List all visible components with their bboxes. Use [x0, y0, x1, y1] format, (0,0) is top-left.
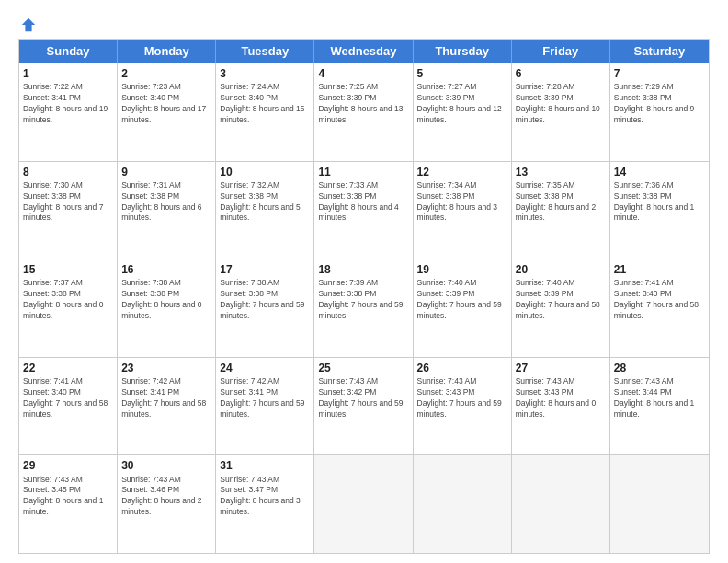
cell-day-number: 17	[220, 262, 310, 277]
calendar-row-3: 15Sunrise: 7:37 AM Sunset: 3:38 PM Dayli…	[19, 259, 709, 357]
cell-info: Sunrise: 7:42 AM Sunset: 3:41 PM Dayligh…	[220, 376, 310, 420]
calendar-cell: 9Sunrise: 7:31 AM Sunset: 3:38 PM Daylig…	[118, 162, 216, 259]
calendar-cell: 13Sunrise: 7:35 AM Sunset: 3:38 PM Dayli…	[512, 162, 610, 259]
cell-day-number: 7	[614, 66, 705, 81]
calendar-cell: 21Sunrise: 7:41 AM Sunset: 3:40 PM Dayli…	[610, 259, 709, 357]
calendar-cell: 27Sunrise: 7:43 AM Sunset: 3:43 PM Dayli…	[512, 358, 610, 455]
cell-day-number: 27	[516, 361, 606, 375]
cell-info: Sunrise: 7:37 AM Sunset: 3:38 PM Dayligh…	[23, 278, 113, 322]
cell-info: Sunrise: 7:22 AM Sunset: 3:41 PM Dayligh…	[23, 82, 113, 126]
calendar-cell: 20Sunrise: 7:40 AM Sunset: 3:39 PM Dayli…	[512, 259, 610, 357]
svg-marker-0	[22, 18, 35, 31]
cell-info: Sunrise: 7:32 AM Sunset: 3:38 PM Dayligh…	[220, 180, 310, 224]
calendar-cell: 18Sunrise: 7:39 AM Sunset: 3:38 PM Dayli…	[314, 259, 413, 357]
calendar-cell: 31Sunrise: 7:43 AM Sunset: 3:47 PM Dayli…	[216, 455, 314, 553]
cell-info: Sunrise: 7:36 AM Sunset: 3:38 PM Dayligh…	[614, 180, 705, 224]
cell-day-number: 14	[614, 165, 705, 179]
cell-day-number: 2	[121, 66, 211, 81]
calendar-cell: 14Sunrise: 7:36 AM Sunset: 3:38 PM Dayli…	[610, 162, 709, 259]
cell-day-number: 31	[220, 458, 310, 473]
cell-day-number: 29	[23, 458, 113, 473]
calendar-cell: 3Sunrise: 7:24 AM Sunset: 3:40 PM Daylig…	[216, 63, 314, 161]
calendar-body: 1Sunrise: 7:22 AM Sunset: 3:41 PM Daylig…	[19, 63, 709, 553]
logo-icon	[20, 17, 37, 33]
calendar-cell: 19Sunrise: 7:40 AM Sunset: 3:39 PM Dayli…	[414, 259, 512, 357]
page: SundayMondayTuesdayWednesdayThursdayFrid…	[0, 0, 728, 563]
cell-day-number: 25	[318, 361, 408, 375]
calendar: SundayMondayTuesdayWednesdayThursdayFrid…	[18, 39, 710, 554]
cell-day-number: 19	[417, 262, 507, 277]
cell-day-number: 18	[318, 262, 408, 277]
cell-info: Sunrise: 7:42 AM Sunset: 3:41 PM Dayligh…	[121, 376, 211, 420]
calendar-cell: 5Sunrise: 7:27 AM Sunset: 3:39 PM Daylig…	[414, 63, 512, 161]
cell-info: Sunrise: 7:38 AM Sunset: 3:38 PM Dayligh…	[121, 278, 211, 322]
calendar-cell: 30Sunrise: 7:43 AM Sunset: 3:46 PM Dayli…	[118, 455, 216, 553]
cell-info: Sunrise: 7:43 AM Sunset: 3:46 PM Dayligh…	[121, 475, 211, 519]
calendar-cell: 16Sunrise: 7:38 AM Sunset: 3:38 PM Dayli…	[118, 259, 216, 357]
cell-day-number: 10	[220, 165, 310, 179]
calendar-cell: 12Sunrise: 7:34 AM Sunset: 3:38 PM Dayli…	[414, 162, 512, 259]
calendar-cell: 28Sunrise: 7:43 AM Sunset: 3:44 PM Dayli…	[610, 358, 709, 455]
cell-day-number: 9	[121, 165, 211, 179]
cell-info: Sunrise: 7:29 AM Sunset: 3:38 PM Dayligh…	[614, 82, 705, 126]
cell-info: Sunrise: 7:41 AM Sunset: 3:40 PM Dayligh…	[614, 278, 705, 322]
cell-day-number: 26	[417, 361, 507, 375]
cell-day-number: 22	[23, 361, 113, 375]
cell-info: Sunrise: 7:31 AM Sunset: 3:38 PM Dayligh…	[121, 180, 211, 224]
cell-day-number: 6	[516, 66, 606, 81]
cell-info: Sunrise: 7:34 AM Sunset: 3:38 PM Dayligh…	[417, 180, 507, 224]
cell-info: Sunrise: 7:30 AM Sunset: 3:38 PM Dayligh…	[23, 180, 113, 224]
calendar-cell: 2Sunrise: 7:23 AM Sunset: 3:40 PM Daylig…	[118, 63, 216, 161]
calendar-row-5: 29Sunrise: 7:43 AM Sunset: 3:45 PM Dayli…	[19, 454, 709, 553]
cell-day-number: 11	[318, 165, 408, 179]
cell-day-number: 12	[417, 165, 507, 179]
calendar-cell: 26Sunrise: 7:43 AM Sunset: 3:43 PM Dayli…	[414, 358, 512, 455]
calendar-cell	[512, 455, 610, 553]
calendar-header: SundayMondayTuesdayWednesdayThursdayFrid…	[19, 40, 709, 63]
header-day-sunday: Sunday	[19, 40, 118, 63]
cell-info: Sunrise: 7:35 AM Sunset: 3:38 PM Dayligh…	[516, 180, 606, 224]
calendar-cell	[314, 455, 413, 553]
calendar-cell: 10Sunrise: 7:32 AM Sunset: 3:38 PM Dayli…	[216, 162, 314, 259]
cell-day-number: 24	[220, 361, 310, 375]
calendar-cell: 23Sunrise: 7:42 AM Sunset: 3:41 PM Dayli…	[118, 358, 216, 455]
cell-day-number: 1	[23, 66, 113, 81]
header-day-thursday: Thursday	[414, 40, 512, 63]
cell-day-number: 13	[516, 165, 606, 179]
cell-info: Sunrise: 7:40 AM Sunset: 3:39 PM Dayligh…	[516, 278, 606, 322]
calendar-cell: 15Sunrise: 7:37 AM Sunset: 3:38 PM Dayli…	[19, 259, 118, 357]
cell-day-number: 30	[121, 458, 211, 473]
cell-day-number: 5	[417, 66, 507, 81]
cell-day-number: 16	[121, 262, 211, 277]
logo	[18, 17, 37, 29]
header-day-monday: Monday	[118, 40, 216, 63]
cell-info: Sunrise: 7:40 AM Sunset: 3:39 PM Dayligh…	[417, 278, 507, 322]
calendar-cell: 1Sunrise: 7:22 AM Sunset: 3:41 PM Daylig…	[19, 63, 118, 161]
calendar-row-1: 1Sunrise: 7:22 AM Sunset: 3:41 PM Daylig…	[19, 63, 709, 161]
cell-day-number: 3	[220, 66, 310, 81]
cell-info: Sunrise: 7:41 AM Sunset: 3:40 PM Dayligh…	[23, 376, 113, 420]
header	[18, 17, 710, 29]
header-day-tuesday: Tuesday	[216, 40, 314, 63]
cell-day-number: 23	[121, 361, 211, 375]
calendar-cell: 25Sunrise: 7:43 AM Sunset: 3:42 PM Dayli…	[314, 358, 413, 455]
calendar-row-2: 8Sunrise: 7:30 AM Sunset: 3:38 PM Daylig…	[19, 161, 709, 259]
cell-info: Sunrise: 7:43 AM Sunset: 3:44 PM Dayligh…	[614, 376, 705, 420]
cell-info: Sunrise: 7:39 AM Sunset: 3:38 PM Dayligh…	[318, 278, 408, 322]
cell-info: Sunrise: 7:43 AM Sunset: 3:43 PM Dayligh…	[516, 376, 606, 420]
calendar-cell: 7Sunrise: 7:29 AM Sunset: 3:38 PM Daylig…	[610, 63, 709, 161]
cell-day-number: 21	[614, 262, 705, 277]
calendar-cell: 6Sunrise: 7:28 AM Sunset: 3:39 PM Daylig…	[512, 63, 610, 161]
cell-info: Sunrise: 7:28 AM Sunset: 3:39 PM Dayligh…	[516, 82, 606, 126]
header-day-wednesday: Wednesday	[314, 40, 413, 63]
cell-info: Sunrise: 7:43 AM Sunset: 3:42 PM Dayligh…	[318, 376, 408, 420]
header-day-saturday: Saturday	[610, 40, 709, 63]
cell-day-number: 8	[23, 165, 113, 179]
calendar-cell: 22Sunrise: 7:41 AM Sunset: 3:40 PM Dayli…	[19, 358, 118, 455]
cell-info: Sunrise: 7:43 AM Sunset: 3:47 PM Dayligh…	[220, 475, 310, 519]
calendar-cell	[610, 455, 709, 553]
calendar-cell	[414, 455, 512, 553]
cell-info: Sunrise: 7:38 AM Sunset: 3:38 PM Dayligh…	[220, 278, 310, 322]
cell-info: Sunrise: 7:43 AM Sunset: 3:45 PM Dayligh…	[23, 475, 113, 519]
calendar-cell: 17Sunrise: 7:38 AM Sunset: 3:38 PM Dayli…	[216, 259, 314, 357]
